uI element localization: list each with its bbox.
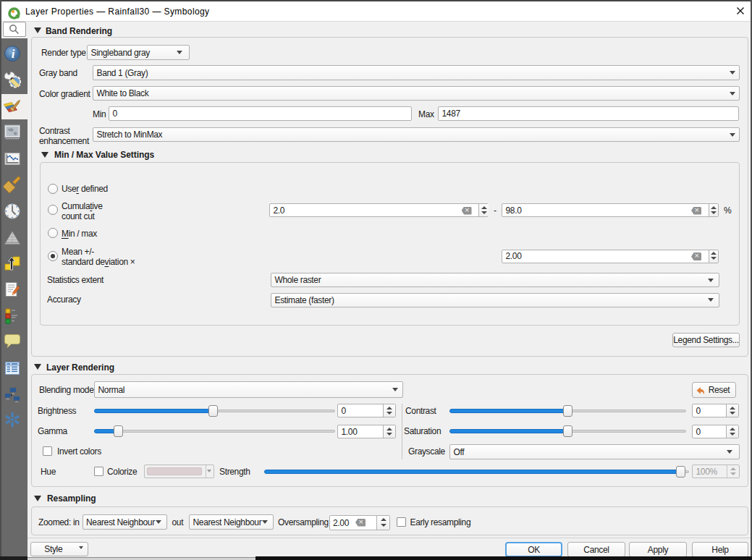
svg-text:i: i [12, 47, 15, 61]
